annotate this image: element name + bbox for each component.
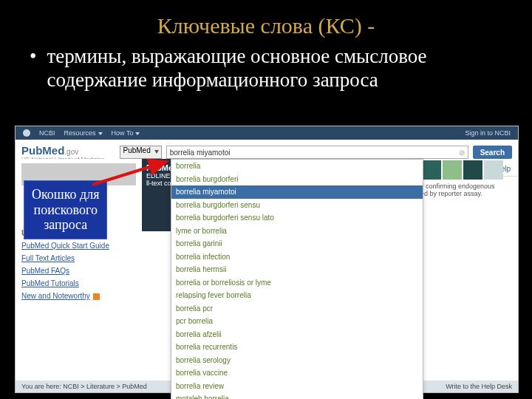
autocomplete-item[interactable]: borrelia hermsii	[171, 263, 423, 276]
autocomplete-item[interactable]: borrelia infection	[171, 250, 423, 264]
breadcrumb[interactable]: You are here: NCBI > Literature > PubMed	[21, 383, 147, 390]
logo-text: PubMed	[21, 144, 64, 157]
chevron-down-icon	[154, 150, 159, 154]
autocomplete-item[interactable]: borrelia	[171, 160, 423, 173]
sidebar-link[interactable]: PubMed FAQs	[21, 267, 136, 275]
callout-line: поискового	[32, 202, 99, 218]
autocomplete-item[interactable]: borrelia serology	[171, 354, 423, 367]
autocomplete-item[interactable]: borrelia or borreliosis or lyme	[171, 276, 423, 290]
bullet-dot: •	[30, 44, 36, 92]
slide-title: Ключевые слова (КС) -	[0, 0, 532, 44]
tile-icon	[422, 160, 441, 180]
autocomplete-item[interactable]: borrelia burgdorferi sensu lato	[171, 211, 423, 225]
tile-icon	[443, 160, 462, 180]
autocomplete-item[interactable]: borrelia garinii	[171, 237, 423, 250]
autocomplete-item[interactable]: borrelia afzelii	[171, 328, 423, 341]
autocomplete-item[interactable]: borrelia vaccine	[171, 366, 423, 380]
autocomplete-item[interactable]: borrelia recurrentis	[171, 341, 423, 354]
sidebar-link[interactable]: PubMed Quick Start Guide	[21, 242, 136, 250]
autocomplete-item[interactable]: borrelia pcr	[171, 302, 423, 316]
ncbi-logo-icon	[23, 129, 30, 137]
callout-box: Окошко для поискового запроса	[24, 180, 107, 239]
slide-bullet: • термины, выражающие основное смысловое…	[0, 44, 532, 100]
howto-menu[interactable]: How To	[112, 129, 140, 137]
autocomplete-item[interactable]: pcr borrelia	[171, 315, 423, 328]
search-button[interactable]: Search	[473, 146, 512, 159]
search-input[interactable]: borrelia miyamotoi ⊘	[166, 146, 468, 159]
chevron-down-icon	[135, 132, 140, 135]
autocomplete-item[interactable]: borrelia review	[171, 380, 423, 393]
arrow-annotation	[89, 159, 177, 188]
callout-line: запроса	[32, 217, 99, 233]
chevron-down-icon	[98, 132, 103, 135]
sidebar-link[interactable]: PubMed Tutorials	[21, 279, 136, 287]
autocomplete-item[interactable]: relapsing fever borrelia	[171, 289, 423, 302]
clear-icon[interactable]: ⊘	[459, 149, 465, 157]
autocomplete-item[interactable]: lyme or borrelia	[171, 225, 423, 238]
search-value: borrelia miyamotoi	[170, 149, 231, 157]
autocomplete-dropdown: borreliaborrelia burgdorferiborrelia miy…	[171, 159, 423, 399]
autocomplete-item[interactable]: borrelia miyamotoi	[171, 185, 423, 199]
sidebar-link[interactable]: New and Noteworthy	[21, 292, 136, 300]
bullet-text: термины, выражающие основное смысловое с…	[47, 44, 502, 92]
signin-link[interactable]: Sign in to NCBI	[465, 129, 511, 137]
ncbi-top-bar: NCBI Resources How To Sign in to NCBI	[16, 126, 518, 140]
sidebar-link[interactable]: Full Text Articles	[21, 254, 136, 262]
autocomplete-item[interactable]: borrelia burgdorferi sensu	[171, 199, 423, 212]
database-value: PubMed	[123, 146, 151, 154]
callout-line: Окошко для	[32, 187, 99, 202]
tile-icon	[484, 160, 503, 180]
ncbi-brand: NCBI	[39, 129, 55, 137]
database-select[interactable]: PubMed	[120, 146, 162, 159]
logo-gov: .gov	[64, 148, 78, 156]
resources-menu[interactable]: Resources	[64, 129, 103, 137]
autocomplete-item[interactable]: motaleb borrelia	[171, 392, 423, 399]
autocomplete-item[interactable]: borrelia burgdorferi	[171, 173, 423, 186]
help-desk-link[interactable]: Write to the Help Desk	[446, 383, 512, 390]
rss-icon	[93, 293, 100, 300]
tile-icon	[463, 160, 482, 180]
svg-line-0	[92, 162, 166, 185]
